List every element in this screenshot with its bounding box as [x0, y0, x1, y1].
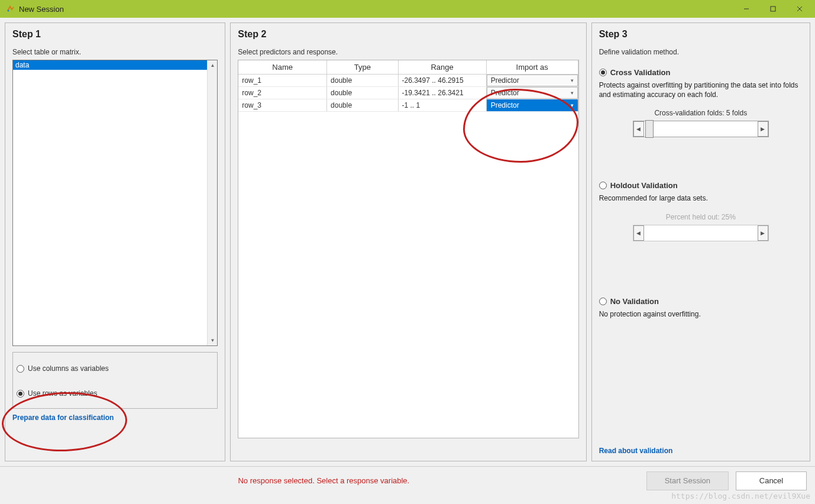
holdout-percent-control: Percent held out: 25% ◀ ▶	[633, 213, 769, 241]
slider-track	[644, 225, 758, 241]
matlab-icon	[6, 4, 15, 14]
step3-label: Define validation method.	[599, 48, 803, 56]
chevron-up-icon[interactable]: ▲	[208, 60, 217, 70]
use-rows-radio[interactable]: Use rows as variables	[17, 389, 214, 398]
table-row: row_2 double -19.3421 .. 26.3421 Predict…	[238, 87, 578, 99]
start-session-button: Start Session	[646, 471, 729, 490]
prepare-data-link[interactable]: Prepare data for classification	[12, 413, 218, 422]
import-as-select[interactable]: Predictor▾	[487, 87, 578, 99]
cross-validation-desc: Protects against overfitting by partitio…	[599, 80, 803, 99]
table-row: row_3 double -1 .. 1 Predictor▾	[238, 99, 578, 112]
cv-folds-control: Cross-validation folds: 5 folds ◀ ▶	[633, 109, 769, 137]
step2-panel: Step 2 Select predictors and response. N…	[230, 22, 586, 461]
chevron-left-icon[interactable]: ◀	[633, 121, 644, 137]
titlebar: New Session	[0, 0, 815, 18]
radio-label: Use rows as variables	[28, 389, 97, 398]
option-label: No Validation	[610, 297, 659, 306]
holdout-desc: Recommended for large data sets.	[599, 193, 803, 203]
select-value: Predictor	[491, 89, 519, 97]
col-import-as[interactable]: Import as	[486, 60, 578, 75]
step2-title: Step 2	[238, 29, 578, 40]
no-validation-desc: No protection against overfitting.	[599, 309, 803, 319]
col-type[interactable]: Type	[327, 60, 398, 75]
chevron-right-icon: ▶	[758, 225, 768, 241]
cell-range: -26.3497 .. 46.2915	[398, 75, 486, 87]
chevron-right-icon[interactable]: ▶	[758, 121, 768, 137]
holdout-percent-slider: ◀ ▶	[633, 225, 769, 241]
chevron-down-icon: ▾	[571, 90, 574, 96]
table-row: row_1 double -26.3497 .. 46.2915 Predict…	[238, 75, 578, 87]
variables-table: Name Type Range Import as row_1 double -…	[238, 60, 578, 112]
close-button[interactable]	[786, 0, 813, 18]
col-name[interactable]: Name	[238, 60, 326, 75]
window-controls	[733, 0, 813, 18]
step1-panel: Step 1 Select table or matrix. data ▲ ▼ …	[5, 22, 225, 461]
radio-icon	[599, 69, 607, 76]
cv-folds-label: Cross-validation folds: 5 folds	[633, 109, 769, 117]
chevron-down-icon: ▾	[571, 77, 574, 83]
import-as-select[interactable]: Predictor▾	[487, 75, 578, 86]
cancel-button[interactable]: Cancel	[736, 471, 807, 490]
slider-thumb[interactable]	[645, 120, 654, 138]
use-columns-radio[interactable]: Use columns as variables	[17, 364, 214, 373]
no-validation-radio[interactable]: No Validation	[599, 297, 803, 306]
holdout-percent-label: Percent held out: 25%	[633, 213, 769, 221]
no-validation-option: No Validation No protection against over…	[599, 295, 803, 319]
radio-icon	[17, 390, 24, 398]
radio-icon	[599, 182, 607, 189]
step2-label: Select predictors and response.	[238, 48, 578, 56]
orientation-group: Use columns as variables Use rows as var…	[12, 352, 218, 409]
chevron-left-icon: ◀	[633, 225, 644, 241]
cell-name: row_3	[238, 99, 326, 112]
list-item[interactable]: data	[13, 60, 217, 70]
import-as-select[interactable]: Predictor▾	[487, 99, 578, 111]
chevron-down-icon: ▾	[571, 102, 574, 108]
radio-icon	[599, 298, 607, 305]
holdout-validation-option: Holdout Validation Recommended for large…	[599, 179, 803, 241]
cell-name: row_1	[238, 75, 326, 87]
minimize-button[interactable]	[733, 0, 759, 18]
cell-type: double	[327, 87, 398, 99]
select-value: Predictor	[491, 76, 519, 85]
status-message: No response selected. Select a response …	[8, 476, 639, 485]
option-label: Cross Validation	[610, 68, 671, 77]
window-title: New Session	[19, 5, 733, 14]
cell-type: double	[327, 75, 398, 87]
step1-title: Step 1	[12, 29, 218, 40]
svg-rect-2	[771, 7, 775, 11]
holdout-validation-radio[interactable]: Holdout Validation	[599, 181, 803, 190]
cell-range: -1 .. 1	[398, 99, 486, 112]
cell-type: double	[327, 99, 398, 112]
maximize-button[interactable]	[759, 0, 786, 18]
step3-title: Step 3	[599, 29, 803, 40]
read-about-validation-link[interactable]: Read about validation	[599, 447, 803, 455]
table-header-row: Name Type Range Import as	[238, 60, 578, 75]
slider-track[interactable]	[644, 121, 758, 137]
cv-folds-slider[interactable]: ◀ ▶	[633, 121, 769, 137]
select-value: Predictor	[491, 101, 519, 109]
cell-range: -19.3421 .. 26.3421	[398, 87, 486, 99]
cell-name: row_2	[238, 87, 326, 99]
option-label: Holdout Validation	[610, 181, 678, 190]
content-area: Step 1 Select table or matrix. data ▲ ▼ …	[0, 18, 815, 466]
col-range[interactable]: Range	[398, 60, 486, 75]
step1-label: Select table or matrix.	[12, 48, 218, 56]
radio-icon	[17, 365, 24, 373]
cross-validation-option: Cross Validation Protects against overfi…	[599, 66, 803, 137]
svg-point-0	[8, 10, 9, 12]
footer: No response selected. Select a response …	[0, 466, 815, 495]
scrollbar[interactable]: ▲ ▼	[207, 60, 217, 345]
step3-panel: Step 3 Define validation method. Cross V…	[591, 22, 810, 461]
chevron-down-icon[interactable]: ▼	[208, 335, 217, 345]
radio-label: Use columns as variables	[28, 364, 109, 373]
workspace-listbox[interactable]: data ▲ ▼	[12, 60, 218, 346]
cross-validation-radio[interactable]: Cross Validation	[599, 68, 803, 77]
variables-table-wrap: Name Type Range Import as row_1 double -…	[238, 60, 578, 438]
